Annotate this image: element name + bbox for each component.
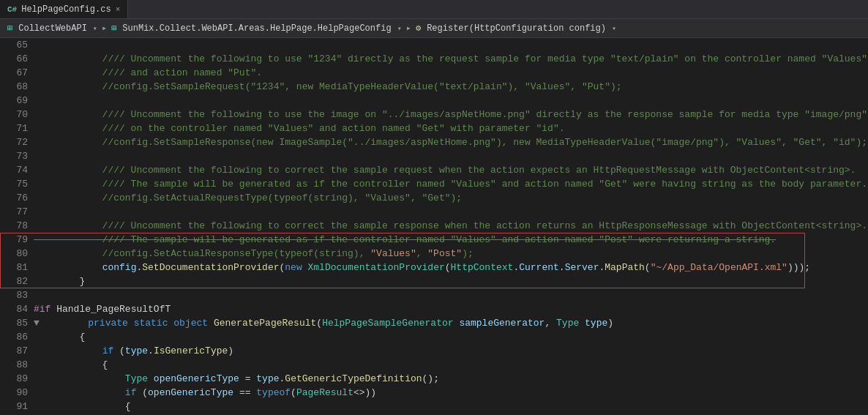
table-row: 88 {	[6, 358, 868, 372]
line-num: 67	[6, 66, 34, 80]
table-row: 85 ▼ private static object GeneratePageR…	[6, 316, 868, 330]
line-num: 85	[6, 316, 34, 330]
table-row: 78 //// Uncomment the following to corre…	[6, 219, 868, 233]
table-row: 77	[6, 205, 868, 219]
table-row: 86 {	[6, 330, 868, 344]
line-num: 74	[6, 163, 34, 177]
method-selector[interactable]: ⚙ Register(HttpConfiguration config) ▾	[413, 23, 619, 34]
line-num: 80	[6, 247, 34, 261]
table-row: 66 //// Uncomment the following to use "…	[6, 52, 868, 66]
line-num: 72	[6, 135, 34, 149]
project-selector[interactable]: ⊞ CollectWebAPI ▾	[4, 23, 100, 34]
table-row: 76 //config.SetActualRequestType(typeof(…	[6, 191, 868, 205]
gear-icon: ⚙	[416, 23, 421, 34]
line-num: 65	[6, 38, 34, 52]
code-editor: 65 66 //// Uncomment the following to us…	[0, 38, 868, 415]
class-selector[interactable]: ⊞ SunMix.Collect.WebAPI.Areas.HelpPage.H…	[108, 23, 405, 34]
class-name: SunMix.Collect.WebAPI.Areas.HelpPage.Hel…	[122, 23, 391, 34]
chevron-down-icon-3: ▾	[612, 24, 616, 33]
chevron-down-icon-2: ▾	[397, 24, 402, 33]
table-row: 87 if (type.IsGenericType)	[6, 344, 868, 358]
line-num: 90	[6, 386, 34, 400]
table-row: 72 //config.SetSampleResponse(new ImageS…	[6, 135, 868, 149]
breadcrumb-sep-2: ▸	[405, 23, 413, 34]
line-num: 71	[6, 121, 34, 135]
line-num: 87	[6, 344, 34, 358]
line-num: 89	[6, 372, 34, 386]
project-name: CollectWebAPI	[18, 23, 87, 34]
table-row: 84 #if Handle_PageResultOfT	[6, 302, 868, 316]
breadcrumb-bar: ⊞ CollectWebAPI ▾ ▸ ⊞ SunMix.Collect.Web…	[0, 19, 868, 38]
table-row: 65	[6, 38, 868, 52]
table-row: 70 //// Uncomment the following to use t…	[6, 108, 868, 121]
line-num: 78	[6, 219, 34, 233]
line-num: 69	[6, 94, 34, 108]
line-num: 79	[6, 233, 34, 247]
line-num: 70	[6, 108, 34, 121]
table-row: 75 //// The sample will be generated as …	[6, 177, 868, 191]
table-row: 71 //// on the controller named "Values"…	[6, 121, 868, 135]
tab-helppageconfig[interactable]: C# HelpPageConfig.cs ×	[0, 0, 128, 18]
tab-cs-icon: C#	[7, 5, 17, 14]
line-num: 86	[6, 330, 34, 344]
table-row: 89 Type openGenericType = type.GetGeneri…	[6, 372, 868, 386]
table-row: 69	[6, 94, 868, 108]
line-num: 82	[6, 274, 34, 288]
table-row: 68 //config.SetSampleRequest("1234", new…	[6, 80, 868, 94]
line-num: 83	[6, 288, 34, 302]
table-row: 83	[6, 288, 868, 302]
table-row: 74 //// Uncomment the following to corre…	[6, 163, 868, 177]
line-num: 73	[6, 149, 34, 163]
line-num: 88	[6, 358, 34, 372]
chevron-down-icon: ▾	[93, 24, 97, 33]
line-num: 81	[6, 261, 34, 274]
line-num: 75	[6, 177, 34, 191]
table-row: 67 //// and action named "Put".	[6, 66, 868, 80]
tab-bar: C# HelpPageConfig.cs ×	[0, 0, 868, 19]
table-row: 90 if (openGenericType == typeof(PageRes…	[6, 386, 868, 400]
table-row: 82 }	[6, 274, 868, 288]
table-row: 79 //// The sample will be generated as …	[6, 233, 868, 247]
close-icon[interactable]: ×	[116, 5, 121, 14]
line-num: 68	[6, 80, 34, 94]
breadcrumb-sep-1: ▸	[100, 23, 108, 34]
method-name: Register(HttpConfiguration config)	[427, 23, 606, 34]
line-num: 84	[6, 302, 34, 316]
table-row: 73	[6, 149, 868, 163]
tab-filename: HelpPageConfig.cs	[21, 4, 111, 15]
table-row: 91 {	[6, 400, 868, 414]
table-row: 81 config.SetDocumentationProvider(new X…	[6, 261, 868, 274]
ns-icon: ⊞	[111, 23, 116, 34]
table-row: 80 //config.SetActualResponseType(typeof…	[6, 247, 868, 261]
line-num: 66	[6, 52, 34, 66]
line-num: 91	[6, 400, 34, 414]
solution-icon: ⊞	[7, 23, 12, 34]
line-num: 76	[6, 191, 34, 205]
line-num: 77	[6, 205, 34, 219]
code-content[interactable]: 65 66 //// Uncomment the following to us…	[0, 38, 868, 415]
